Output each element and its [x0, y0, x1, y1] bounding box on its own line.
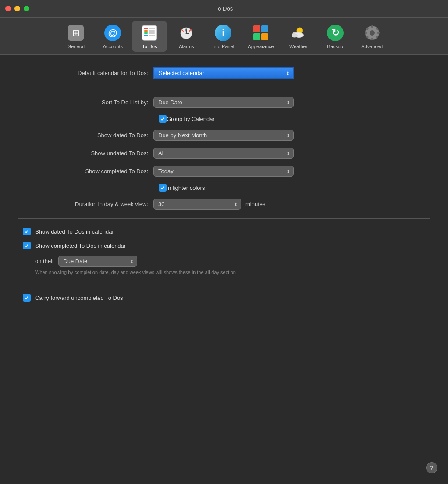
toolbar-label-infopanel: Info Panel: [213, 44, 235, 49]
toolbar-item-backup[interactable]: ↻ Backup: [318, 21, 353, 52]
svg-rect-6: [149, 30, 155, 32]
show-dated-calendar-checkbox[interactable]: [23, 228, 31, 235]
show-completed-calendar-label: Show completed To Dos in calendar: [35, 242, 126, 249]
svg-rect-28: [365, 32, 367, 34]
show-dated-calendar-label: Show dated To Dos in calendar: [35, 228, 114, 235]
toolbar-label-general: General: [68, 44, 85, 49]
show-dated-row: Show dated To Dos: Due by Next Month Due…: [18, 130, 430, 141]
show-undated-label: Show undated To Dos:: [18, 150, 153, 157]
show-dated-select[interactable]: Due by Next Month Due by Next Week Due T…: [153, 130, 294, 141]
divider-1: [18, 88, 430, 88]
duration-inner: 15 30 45 60 minutes: [153, 199, 294, 210]
appearance-icon: [252, 24, 270, 42]
show-completed-calendar-row: Show completed To Dos in calendar: [18, 242, 430, 249]
show-dated-select-wrapper: Due by Next Month Due by Next Week Due T…: [153, 130, 294, 141]
on-their-row: on their Due Date Completion Date: [18, 256, 430, 267]
alarms-icon: [177, 24, 196, 42]
toolbar-item-infopanel[interactable]: i Info Panel: [206, 21, 241, 52]
svg-rect-29: [377, 32, 380, 34]
show-completed-calendar-checkbox[interactable]: [23, 242, 31, 249]
svg-rect-27: [371, 38, 373, 40]
group-by-calendar-label: Group by Calendar: [167, 116, 215, 122]
maximize-button[interactable]: [24, 6, 29, 11]
default-calendar-select[interactable]: Selected calendar: [154, 68, 293, 78]
show-completed-control: Today All None This Week: [153, 166, 294, 177]
toolbar-label-backup: Backup: [327, 44, 343, 49]
group-by-calendar-checkbox[interactable]: [159, 115, 167, 123]
svg-rect-1: [144, 28, 148, 29]
sort-label: Sort To Do List by:: [18, 99, 153, 106]
svg-point-25: [370, 30, 375, 36]
svg-point-13: [186, 33, 187, 34]
default-calendar-row: Default calendar for To Dos: Selected ca…: [18, 67, 430, 79]
toolbar-label-weather: Weather: [289, 44, 307, 49]
infopanel-icon: i: [214, 24, 232, 42]
carry-forward-label: Carry forward uncompleted To Dos: [35, 295, 123, 301]
carry-forward-checkbox[interactable]: [23, 294, 31, 302]
svg-rect-17: [261, 25, 268, 32]
svg-rect-18: [253, 33, 260, 40]
content-area: Default calendar for To Dos: Selected ca…: [0, 55, 448, 320]
duration-row: Duration in day & week view: 15 30 45 60…: [18, 199, 430, 210]
show-completed-select-wrapper: Today All None This Week: [153, 166, 294, 177]
show-completed-label: Show completed To Dos:: [18, 168, 153, 174]
duration-select[interactable]: 15 30 45 60: [153, 199, 241, 210]
toolbar-item-advanced[interactable]: Advanced: [355, 21, 390, 52]
carry-forward-row: Carry forward uncompleted To Dos: [18, 294, 430, 302]
svg-rect-16: [253, 25, 260, 32]
default-calendar-select-wrapper: Selected calendar: [153, 67, 294, 79]
default-calendar-label: Default calendar for To Dos:: [18, 70, 153, 76]
help-button[interactable]: ?: [426, 462, 437, 473]
backup-icon: ↻: [326, 24, 345, 42]
group-checkbox-row: Group by Calendar: [159, 115, 430, 123]
lighter-colors-label: in lighter colors: [167, 185, 205, 191]
toolbar-label-alarms: Alarms: [179, 44, 194, 49]
toolbar-label-todos: To Dos: [142, 44, 157, 49]
on-their-select[interactable]: Due Date Completion Date: [58, 256, 137, 267]
show-undated-control: All None: [153, 148, 294, 159]
general-icon: ⊞: [67, 24, 85, 42]
toolbar-item-appearance[interactable]: Appearance: [242, 21, 279, 52]
svg-rect-2: [144, 30, 148, 32]
lighter-colors-row: in lighter colors: [159, 184, 430, 192]
close-button[interactable]: [5, 6, 11, 11]
show-completed-select[interactable]: Today All None This Week: [153, 166, 294, 177]
toolbar-item-accounts[interactable]: @ Accounts: [95, 21, 130, 52]
toolbar-label-advanced: Advanced: [361, 44, 383, 49]
toolbar-item-todos[interactable]: To Dos: [132, 21, 167, 52]
show-completed-row: Show completed To Dos: Today All None Th…: [18, 166, 430, 177]
show-undated-select-wrapper: All None: [153, 148, 294, 159]
toolbar-item-weather[interactable]: Weather: [281, 21, 316, 52]
svg-rect-8: [149, 35, 155, 36]
svg-rect-7: [149, 32, 155, 34]
show-dated-label: Show dated To Dos:: [18, 132, 153, 139]
divider-3: [18, 285, 430, 285]
show-dated-control: Due by Next Month Due by Next Week Due T…: [153, 130, 294, 141]
toolbar-label-appearance: Appearance: [248, 44, 274, 49]
lighter-checkbox-row: in lighter colors: [159, 184, 430, 192]
sort-row: Sort To Do List by: Due Date Priority Ti…: [18, 97, 430, 108]
svg-rect-26: [371, 25, 373, 28]
duration-label: Duration in day & week view:: [18, 201, 153, 207]
svg-rect-19: [261, 33, 268, 40]
svg-rect-5: [149, 28, 155, 29]
show-dated-calendar-row: Show dated To Dos in calendar: [18, 228, 430, 235]
lighter-colors-checkbox[interactable]: [159, 184, 167, 192]
show-undated-select[interactable]: All None: [153, 148, 294, 159]
on-their-label: on their: [35, 258, 54, 264]
toolbar: ⊞ General @ Accounts To Dos: [0, 18, 448, 55]
on-their-select-wrapper: Due Date Completion Date: [58, 256, 137, 267]
duration-select-wrapper: 15 30 45 60: [153, 199, 241, 210]
sort-select[interactable]: Due Date Priority Title Calendar: [153, 97, 294, 108]
divider-2: [18, 218, 430, 219]
helper-text: When showing by completion date, day and…: [18, 269, 237, 276]
duration-control: 15 30 45 60 minutes: [153, 199, 294, 210]
toolbar-item-general[interactable]: ⊞ General: [58, 21, 93, 52]
sort-control: Due Date Priority Title Calendar: [153, 97, 294, 108]
advanced-icon: [363, 24, 381, 42]
weather-icon: [289, 24, 308, 42]
window-title: To Dos: [215, 5, 233, 12]
minimize-button[interactable]: [14, 6, 20, 11]
group-by-calendar-row: Group by Calendar: [159, 115, 430, 123]
toolbar-item-alarms[interactable]: Alarms: [169, 21, 204, 52]
